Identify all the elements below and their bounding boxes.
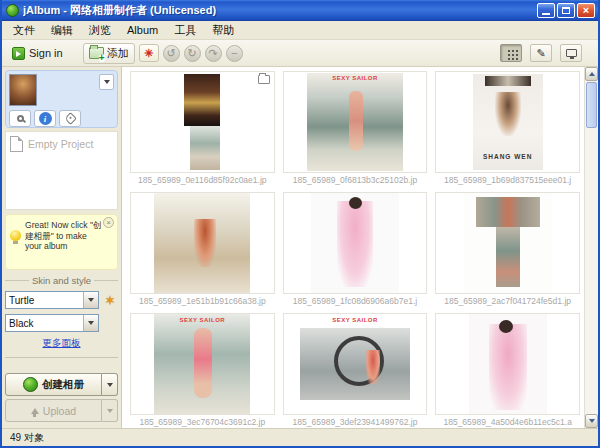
- tag-icon: [64, 112, 77, 125]
- skin-select[interactable]: Turtle: [5, 291, 99, 309]
- thumbnail-box[interactable]: [283, 192, 428, 294]
- thumbnail-box[interactable]: [435, 192, 580, 294]
- search-icon: [17, 115, 24, 122]
- project-tree-panel: Empty Project: [5, 131, 118, 210]
- create-album-button[interactable]: 创建相册: [5, 373, 102, 396]
- arrow-down-icon: [589, 419, 595, 423]
- minimize-button[interactable]: [537, 3, 555, 18]
- style-select[interactable]: Black: [5, 314, 99, 332]
- jalbum-logo-icon: [6, 4, 19, 17]
- upload-dropdown[interactable]: [102, 399, 118, 422]
- zoom-button[interactable]: [9, 110, 31, 127]
- star-icon: ✶: [105, 294, 116, 307]
- window-title: jAlbum - 网络相册制作者 (Unlicensed): [23, 3, 535, 18]
- document-icon: [10, 136, 23, 152]
- photo-thumbnail: [307, 73, 403, 171]
- style-selected-value: Black: [9, 318, 33, 329]
- rotate-right-icon: ↻: [188, 48, 197, 59]
- minimize-icon: [542, 13, 550, 15]
- sign-in-arrow-icon: [12, 47, 25, 60]
- empty-project-item[interactable]: Empty Project: [10, 136, 113, 152]
- thumbnail-box[interactable]: SHANG WEN: [435, 71, 580, 173]
- rotate-left-button[interactable]: ↺: [163, 45, 180, 62]
- hint-text: Great! Now click "创建相册" to make your alb…: [25, 220, 105, 265]
- preview-button[interactable]: [560, 44, 582, 62]
- photo-overlay-text: SHANG WEN: [436, 153, 579, 160]
- app-window: jAlbum - 网络相册制作者 (Unlicensed) × 文件 编辑 浏览…: [0, 0, 600, 448]
- thumbnail-cell: 185_65989_0e116d85f92c0ae1.jp: [130, 71, 275, 185]
- empty-project-label: Empty Project: [28, 138, 93, 150]
- menu-item-edit[interactable]: 编辑: [44, 21, 80, 40]
- maximize-button[interactable]: [557, 3, 575, 18]
- account-dropdown-button[interactable]: [99, 74, 114, 90]
- thumbnail-box[interactable]: [130, 192, 275, 294]
- avatar[interactable]: [9, 74, 37, 106]
- exclude-button[interactable]: −: [226, 45, 243, 62]
- skin-selected-value: Turtle: [9, 295, 34, 306]
- sign-in-label: Sign in: [29, 47, 63, 59]
- chevron-down-icon: [88, 298, 94, 302]
- thumbnail-filename: 185_65989_4a50d4e6b11ec5c1.a: [435, 417, 580, 427]
- object-count: 49 对象: [10, 431, 44, 445]
- thumbnail-box[interactable]: SEXY SAILOR: [283, 71, 428, 173]
- create-album-label: 创建相册: [42, 378, 84, 392]
- add-folder-icon: [89, 47, 104, 59]
- arrow-up-icon: [589, 72, 595, 76]
- skin-award-button[interactable]: ✶: [102, 292, 118, 308]
- minus-icon: −: [231, 48, 237, 59]
- redo-icon: ↷: [209, 48, 218, 59]
- scrollbar-thumb[interactable]: [586, 82, 597, 128]
- new-folder-button[interactable]: ✳: [139, 44, 159, 62]
- skin-select-arrow[interactable]: [83, 292, 98, 308]
- vertical-scrollbar[interactable]: [584, 67, 598, 428]
- upload-icon: [31, 408, 39, 414]
- info-icon: i: [39, 112, 52, 125]
- more-skins-link[interactable]: 更多面板: [5, 337, 118, 350]
- thumbnail-box[interactable]: [435, 313, 580, 415]
- thumbnail-filename: 185_65989_2ac7f041724fe5d1.jp: [435, 296, 580, 306]
- close-button[interactable]: ×: [577, 3, 595, 18]
- account-panel: i: [5, 70, 118, 128]
- monitor-icon: [566, 49, 577, 57]
- chevron-down-icon: [104, 80, 110, 84]
- jalbum-logo-icon: [23, 377, 38, 392]
- photo-overlay-text: SEXY SAILOR: [284, 317, 427, 323]
- create-album-dropdown[interactable]: [102, 373, 118, 396]
- thumbnail-cell: 185_65989_1e51b1b91c66a38.jp: [130, 192, 275, 306]
- thumbnail-filename: 185_65989_1b69d837515eee01.j: [435, 175, 580, 185]
- add-files-button[interactable]: 添加: [83, 43, 135, 64]
- edit-view-button[interactable]: ✎: [530, 44, 552, 62]
- thumbnail-box[interactable]: [130, 71, 275, 173]
- menu-item-tools[interactable]: 工具: [167, 21, 203, 40]
- rotate-right-button[interactable]: ↻: [184, 45, 201, 62]
- scroll-down-button[interactable]: [585, 414, 598, 428]
- grid-view-button[interactable]: [500, 44, 522, 62]
- thumbnail-filename: 185_65989_1e51b1b91c66a38.jp: [130, 296, 275, 306]
- sign-in-button[interactable]: Sign in: [6, 45, 69, 62]
- thumbnail-box[interactable]: SEXY SAILOR: [130, 313, 275, 415]
- thumbnail-filename: 185_65989_0f6813b3c25102b.jp: [283, 175, 428, 185]
- thumbnail-filename: 185_65989_0e116d85f92c0ae1.jp: [130, 175, 275, 185]
- tags-button[interactable]: [59, 110, 81, 127]
- menu-item-help[interactable]: 帮助: [205, 21, 241, 40]
- thumbnail-cell: SEXY SAILOR 185_65989_3ec76704c3691c2.jp: [130, 313, 275, 427]
- thumbnail-filename: 185_65989_3ec76704c3691c2.jp: [130, 417, 275, 427]
- style-select-arrow[interactable]: [83, 315, 98, 331]
- redo-button[interactable]: ↷: [205, 45, 222, 62]
- toolbar: Sign in 添加 ✳ ↺ ↻ ↷ − ✎: [2, 40, 598, 67]
- hint-close-button[interactable]: ×: [103, 217, 114, 228]
- menu-item-file[interactable]: 文件: [6, 21, 42, 40]
- skin-style-section: Skin and style Turtle ✶ Black 更多面板: [5, 275, 118, 367]
- skin-section-title: Skin and style: [5, 275, 118, 286]
- thumbnail-grid: 185_65989_0e116d85f92c0ae1.jp SEXY SAILO…: [122, 67, 584, 428]
- menu-item-browse[interactable]: 浏览: [82, 21, 118, 40]
- upload-split: Upload: [5, 399, 118, 422]
- photo-overlay-text: SEXY SAILOR: [131, 317, 274, 323]
- status-bar: 49 对象: [2, 428, 598, 446]
- upload-label: Upload: [43, 405, 76, 417]
- menu-item-album[interactable]: Album: [120, 22, 165, 38]
- info-button[interactable]: i: [34, 110, 56, 127]
- upload-button[interactable]: Upload: [5, 399, 102, 422]
- thumbnail-box[interactable]: SEXY SAILOR: [283, 313, 428, 415]
- scroll-up-button[interactable]: [585, 67, 598, 81]
